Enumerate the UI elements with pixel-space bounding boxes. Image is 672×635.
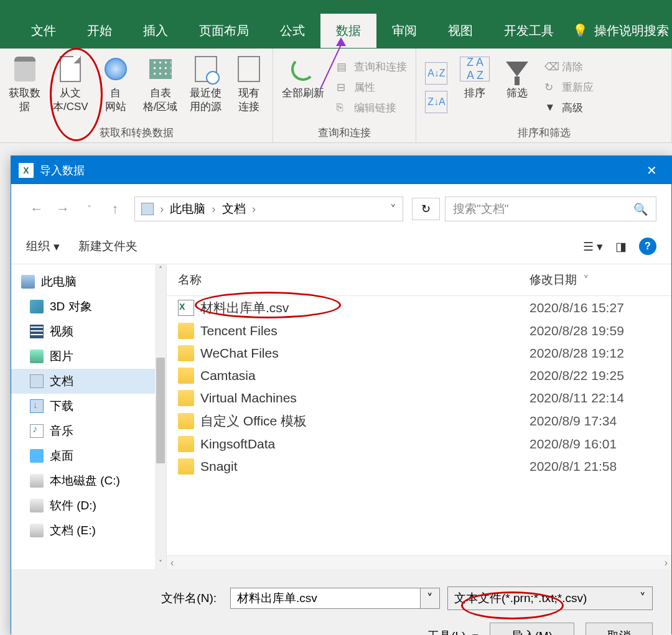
csv-file-icon xyxy=(178,300,194,316)
clear-filter-button[interactable]: ⌫ 清除 xyxy=(541,57,597,76)
edit-links-button[interactable]: ⎘ 编辑链接 xyxy=(333,98,411,118)
refresh-button[interactable]: ↻ xyxy=(412,198,440,220)
ti-music-icon xyxy=(30,424,44,438)
advanced-label: 高级 xyxy=(562,101,583,115)
col-date-header[interactable]: 修改日期 ˅ xyxy=(530,272,660,288)
reapply-label: 重新应 xyxy=(562,80,594,95)
col-name-header[interactable]: 名称 xyxy=(178,272,530,288)
tree-item[interactable]: 软件 (D:) xyxy=(11,493,166,518)
recent-sources-button[interactable]: 最近使 用的源 xyxy=(186,52,225,123)
ti-pic-icon xyxy=(30,350,44,363)
tab-layout[interactable]: 页面布局 xyxy=(184,14,264,48)
tree-scrollbar[interactable]: ˄ ˅ xyxy=(155,264,166,569)
edit-links-label: 编辑链接 xyxy=(354,101,396,115)
page-icon xyxy=(60,56,81,82)
file-date: 2020/8/28 19:59 xyxy=(530,323,660,338)
file-row[interactable]: Tencent Files2020/8/28 19:59 xyxy=(167,320,671,342)
advanced-filter-button[interactable]: ▼ 高级 xyxy=(541,98,597,118)
up-button[interactable]: ↑ xyxy=(105,198,126,220)
file-row[interactable]: Camtasia2020/8/22 19:25 xyxy=(167,364,671,387)
crumb-root[interactable]: 此电脑 xyxy=(170,201,205,217)
sort-indicator-icon: ˅ xyxy=(583,273,589,287)
tab-dev[interactable]: 开发工具 xyxy=(488,14,569,48)
clock-icon xyxy=(195,56,217,82)
folder-icon xyxy=(178,345,194,361)
file-name-label: 文件名(N): xyxy=(30,590,223,606)
tell-me-search[interactable]: 💡 操作说明搜索 xyxy=(572,22,672,39)
breadcrumb[interactable]: › 此电脑 › 文档 › ˅ xyxy=(134,197,403,221)
import-button[interactable]: 导入(M) xyxy=(490,623,574,635)
crumb-dropdown-icon[interactable]: ˅ xyxy=(390,202,396,216)
sort-asc-button[interactable]: A↓Z xyxy=(421,60,451,87)
file-row[interactable]: Snagit2020/8/1 21:58 xyxy=(167,455,671,478)
preview-pane-button[interactable]: ◨ xyxy=(615,239,627,254)
tree-scroll-up[interactable]: ˄ xyxy=(155,264,166,276)
hscroll-left[interactable]: ‹ xyxy=(167,557,177,568)
history-dropdown[interactable]: ˅ xyxy=(78,198,100,220)
tree-item[interactable]: 下载 xyxy=(11,394,166,419)
queries-connections-button[interactable]: ▤ 查询和连接 xyxy=(333,57,411,76)
crumb-current[interactable]: 文档 xyxy=(222,201,246,217)
file-name-input[interactable] xyxy=(231,588,420,608)
tree-item[interactable]: 音乐 xyxy=(11,419,166,443)
folder-tree[interactable]: ˄ ˅ 此电脑3D 对象视频图片文档下载音乐桌面本地磁盘 (C:)软件 (D:)… xyxy=(11,264,167,569)
folder-icon xyxy=(178,413,194,429)
tree-item[interactable]: 3D 对象 xyxy=(11,294,166,319)
tree-item[interactable]: 文档 (E:) xyxy=(11,518,166,543)
existing-connections-button[interactable]: 现有 连接 xyxy=(230,52,268,123)
properties-button[interactable]: ⊟ 属性 xyxy=(333,78,411,97)
dialog-titlebar[interactable]: X 导入数据 ✕ xyxy=(11,156,671,184)
hscroll-right[interactable]: › xyxy=(661,557,671,568)
close-button[interactable]: ✕ xyxy=(639,163,664,178)
properties-label: 属性 xyxy=(354,80,375,95)
help-button[interactable]: ? xyxy=(639,238,656,255)
from-web-button[interactable]: 自 网站 xyxy=(97,52,134,123)
tab-view[interactable]: 视图 xyxy=(432,14,488,48)
ti-desk-icon xyxy=(30,449,44,463)
file-row[interactable]: KingsoftData2020/8/9 16:01 xyxy=(167,433,671,455)
tree-item[interactable]: 图片 xyxy=(11,344,166,369)
properties-icon: ⊟ xyxy=(337,81,350,95)
tab-insert[interactable]: 插入 xyxy=(128,14,184,48)
view-mode-button[interactable]: ☰ ▾ xyxy=(583,239,603,254)
toolbar: 组织 ▾ 新建文件夹 ☰ ▾ ◨ ? xyxy=(11,229,671,264)
tab-home[interactable]: 开始 xyxy=(72,14,128,48)
list-h-scrollbar[interactable]: ‹ › xyxy=(167,555,671,569)
tree-item[interactable]: 桌面 xyxy=(11,443,166,468)
organize-dropdown[interactable]: 组织 ▾ xyxy=(26,238,60,254)
new-folder-button[interactable]: 新建文件夹 xyxy=(78,238,138,254)
get-data-button[interactable]: 获取数 据 xyxy=(5,52,44,123)
tab-review[interactable]: 审阅 xyxy=(376,14,432,48)
search-input[interactable]: 搜索"文档" 🔍 xyxy=(445,197,656,221)
file-row[interactable]: Virtual Machines2020/8/11 22:14 xyxy=(167,387,671,409)
reapply-button[interactable]: ↻ 重新应 xyxy=(541,78,597,97)
tab-data[interactable]: 数据 xyxy=(320,14,376,48)
crumb-sep1: › xyxy=(160,202,164,216)
tab-file[interactable]: 文件 xyxy=(16,14,72,48)
file-name-dropdown[interactable]: ˅ xyxy=(420,588,439,608)
file-row[interactable]: WeChat Files2020/8/28 19:12 xyxy=(167,342,671,364)
tree-item[interactable]: 文档 xyxy=(11,369,166,394)
chevron-down-icon: ▾ xyxy=(472,629,478,636)
tab-formula[interactable]: 公式 xyxy=(264,14,320,48)
tree-item[interactable]: 视频 xyxy=(11,319,166,344)
tree-item[interactable]: 本地磁盘 (C:) xyxy=(11,468,166,493)
tools-dropdown[interactable]: 工具(L) ▾ xyxy=(427,628,478,635)
from-text-csv-button[interactable]: 从文 本/CSV xyxy=(49,52,92,123)
sort-desc-button[interactable]: Z↓A xyxy=(421,88,451,116)
filter-button[interactable]: 筛选 xyxy=(498,52,536,123)
from-range-button[interactable]: 自表 格/区域 xyxy=(139,52,182,123)
tree-item[interactable]: 此电脑 xyxy=(11,269,166,294)
back-button[interactable]: ← xyxy=(26,198,47,220)
file-type-select[interactable]: 文本文件(*.prn;*.txt;*.csv) ˅ xyxy=(447,586,653,610)
sort-dialog-button[interactable]: Z AA Z 排序 xyxy=(456,52,493,123)
file-row[interactable]: 材料出库单.csv2020/8/16 15:27 xyxy=(167,296,671,320)
import-data-dialog: X 导入数据 ✕ ← → ˅ ↑ › 此电脑 › 文档 › ˅ ↻ 搜索"文档"… xyxy=(11,155,672,634)
forward-button[interactable]: → xyxy=(52,198,73,220)
refresh-icon xyxy=(291,57,315,81)
file-row[interactable]: 自定义 Office 模板2020/8/9 17:34 xyxy=(167,409,671,433)
tree-scroll-thumb[interactable] xyxy=(156,358,165,463)
filter-label: 筛选 xyxy=(506,86,528,100)
tree-scroll-down[interactable]: ˅ xyxy=(155,558,166,569)
cancel-button[interactable]: 取消 xyxy=(586,623,653,635)
